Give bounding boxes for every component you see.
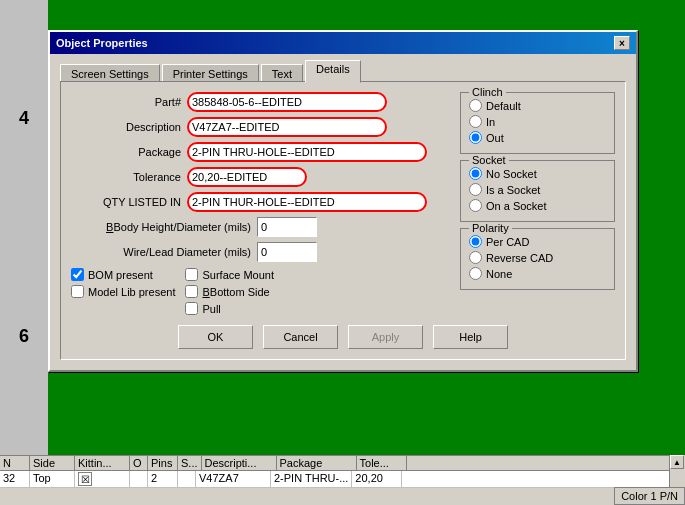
body-height-input[interactable] [257,217,317,237]
left-panel: 4 6 [0,0,48,455]
td-0-desc: V47ZA7 [196,471,271,487]
socket-no-label: No Socket [486,168,537,180]
bom-present-checkbox[interactable] [71,268,84,281]
clinch-in-label: In [486,116,495,128]
polarity-none-row: None [469,267,606,280]
clinch-group: Clinch Default In Out [460,92,615,154]
tolerance-input[interactable] [187,167,307,187]
polarity-none-label: None [486,268,512,280]
polarity-reversecad-row: Reverse CAD [469,251,606,264]
socket-on-radio[interactable] [469,199,482,212]
table-header-row: N Side Kittin... O Pins S... Descripti..… [0,455,669,471]
dialog-titlebar: Object Properties × [50,32,636,54]
clinch-out-label: Out [486,132,504,144]
cancel-button[interactable]: Cancel [263,325,338,349]
qty-label: QTY LISTED IN [71,196,181,208]
x-icon: ☒ [78,472,92,486]
th-s: S... [178,456,202,470]
polarity-percad-radio[interactable] [469,235,482,248]
bottom-table-area: N Side Kittin... O Pins S... Descripti..… [0,455,685,505]
bom-present-row: BOM present [71,268,175,281]
clinch-title: Clinch [469,86,506,98]
bom-present-label: BOM present [88,269,153,281]
buttons-row: OK Cancel Apply Help [71,325,615,349]
main-content: Part# Description Package [71,92,615,315]
tolerance-row: Tolerance [71,167,450,187]
th-pins: Pins [148,456,178,470]
tab-details[interactable]: Details [305,60,361,83]
th-package: Package [277,456,357,470]
ok-button[interactable]: OK [178,325,253,349]
clinch-in-radio[interactable] [469,115,482,128]
model-lib-label: Model Lib present [88,286,175,298]
td-0-s [178,471,196,487]
th-descripti: Descripti... [202,456,277,470]
part-input[interactable] [187,92,387,112]
td-0-pins: 2 [148,471,178,487]
help-button[interactable]: Help [433,325,508,349]
th-n: N [0,456,30,470]
td-0-pkg: 2-PIN THRU-... [271,471,352,487]
polarity-group: Polarity Per CAD Reverse CAD None [460,228,615,290]
bottom-side-row: BBottom Side [185,285,274,298]
polarity-none-radio[interactable] [469,267,482,280]
wire-lead-row: Wire/Lead Diameter (mils) [71,242,450,262]
surface-mount-row: Surface Mount [185,268,274,281]
clinch-out-radio[interactable] [469,131,482,144]
body-height-label: BBody Height/Diameter (mils) [71,221,251,233]
scroll-up-arrow[interactable]: ▲ [670,455,684,469]
left-num-4: 4 [19,108,29,129]
description-label: Description [71,121,181,133]
body-height-row: BBody Height/Diameter (mils) [71,217,450,237]
clinch-out-row: Out [469,131,606,144]
pull-checkbox[interactable] [185,302,198,315]
socket-no-row: No Socket [469,167,606,180]
th-kittin: Kittin... [75,456,130,470]
socket-is-radio[interactable] [469,183,482,196]
qty-input[interactable] [187,192,427,212]
socket-on-row: On a Socket [469,199,606,212]
clinch-default-radio[interactable] [469,99,482,112]
close-button[interactable]: × [614,36,630,50]
qty-row: QTY LISTED IN [71,192,450,212]
tolerance-label: Tolerance [71,171,181,183]
th-tole: Tole... [357,456,407,470]
wire-lead-label: Wire/Lead Diameter (mils) [71,246,251,258]
polarity-percad-label: Per CAD [486,236,529,248]
right-column: Clinch Default In Out [460,92,615,315]
description-input[interactable] [187,117,387,137]
bottom-side-label: BBottom Side [202,286,269,298]
th-o: O [130,456,148,470]
td-0-n: 32 [0,471,30,487]
wire-lead-input[interactable] [257,242,317,262]
th-side: Side [30,456,75,470]
left-num-6: 6 [19,326,29,347]
bottom-side-checkbox[interactable] [185,285,198,298]
surface-mount-checkbox[interactable] [185,268,198,281]
description-row: Description [71,117,450,137]
socket-group: Socket No Socket Is a Socket On a Socket [460,160,615,222]
tab-bar: Screen Settings Printer Settings Text De… [60,62,626,83]
polarity-reversecad-radio[interactable] [469,251,482,264]
socket-is-label: Is a Socket [486,184,540,196]
socket-no-radio[interactable] [469,167,482,180]
td-0-side: Top [30,471,75,487]
dialog-body: Screen Settings Printer Settings Text De… [50,54,636,370]
apply-button[interactable]: Apply [348,325,423,349]
table-row-0[interactable]: 32 Top ☒ 2 V47ZA7 2-PIN THRU-... 20,20 [0,471,669,488]
checkbox-col-left: BOM present Model Lib present [71,268,175,315]
socket-on-label: On a Socket [486,200,547,212]
package-input[interactable] [187,142,427,162]
model-lib-row: Model Lib present [71,285,175,298]
model-lib-checkbox[interactable] [71,285,84,298]
surface-mount-label: Surface Mount [202,269,274,281]
dialog-title: Object Properties [56,37,148,49]
checkbox-col-right: Surface Mount BBottom Side Pull [185,268,274,315]
td-0-tole: 20,20 [352,471,402,487]
polarity-percad-row: Per CAD [469,235,606,248]
object-properties-dialog: Object Properties × Screen Settings Prin… [48,30,638,372]
color-info: Color 1 P/N [614,487,685,505]
clinch-in-row: In [469,115,606,128]
polarity-title: Polarity [469,222,512,234]
checkboxes-area: BOM present Model Lib present Surface Mo… [71,268,450,315]
